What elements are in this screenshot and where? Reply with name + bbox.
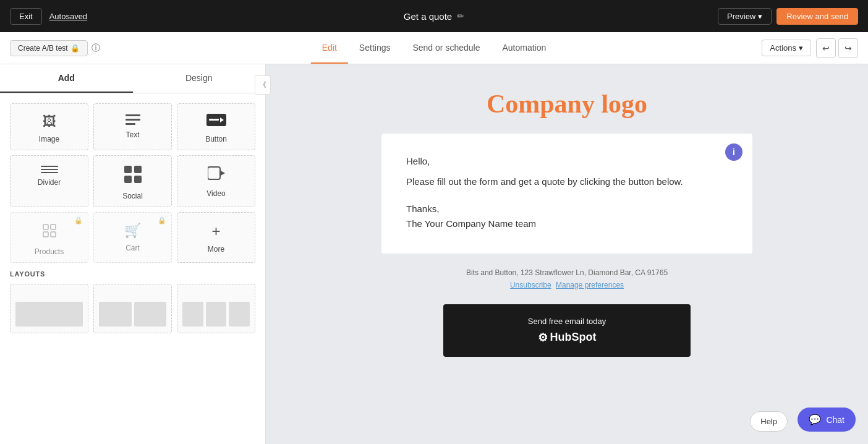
info-badge[interactable]: i bbox=[725, 143, 742, 161]
layout-grid bbox=[10, 284, 255, 333]
products-element-card[interactable]: 🔒 Products bbox=[10, 212, 88, 263]
sidebar-content: 🖼 Image Text Butt bbox=[0, 93, 265, 343]
svg-rect-12 bbox=[51, 232, 56, 237]
cart-icon: 🛒 bbox=[124, 223, 141, 239]
tab-send-or-schedule[interactable]: Send or schedule bbox=[401, 33, 491, 64]
image-icon: 🖼 bbox=[43, 114, 56, 130]
svg-rect-9 bbox=[43, 224, 48, 229]
ab-lock-icon: 🔒 bbox=[70, 44, 80, 53]
redo-button[interactable]: ↪ bbox=[838, 38, 858, 58]
footer-address: Bits and Button, 123 Strawflower Ln, Dia… bbox=[381, 268, 752, 277]
layouts-title: LAYOUTS bbox=[10, 270, 255, 278]
review-and-send-button[interactable]: Review and send bbox=[777, 8, 858, 25]
layout-two-column[interactable] bbox=[93, 284, 172, 333]
canvas-area: Company logo i Hello, Please fill out th… bbox=[266, 64, 868, 444]
video-label: Video bbox=[206, 189, 225, 198]
social-element-card[interactable]: Social bbox=[93, 155, 172, 207]
layout-block bbox=[99, 302, 132, 327]
email-greeting: Hello, bbox=[406, 156, 728, 166]
svg-rect-5 bbox=[124, 176, 132, 183]
nav-right: Actions ▾ ↩ ↪ bbox=[762, 38, 868, 58]
divider-icon bbox=[41, 166, 58, 173]
products-lock-icon: 🔒 bbox=[74, 216, 83, 224]
cart-label: Cart bbox=[126, 244, 140, 252]
layout-preview-three bbox=[182, 302, 250, 327]
help-button[interactable]: Help bbox=[750, 411, 788, 432]
undo-button[interactable]: ↩ bbox=[816, 38, 836, 58]
layout-block bbox=[182, 302, 203, 327]
more-element-card[interactable]: + More bbox=[177, 212, 255, 263]
hubspot-promo-text: Send free email today bbox=[456, 317, 678, 326]
chat-widget[interactable]: 💬 Chat bbox=[798, 408, 856, 432]
video-element-card[interactable]: Video bbox=[177, 155, 255, 207]
layouts-section: LAYOUTS bbox=[10, 270, 255, 333]
button-element-card[interactable]: Button bbox=[177, 103, 255, 150]
layout-preview-two bbox=[99, 302, 166, 327]
layout-block bbox=[15, 302, 83, 327]
manage-preferences-link[interactable]: Manage preferences bbox=[556, 281, 624, 289]
chat-label: Chat bbox=[826, 415, 845, 425]
main-layout: Add Design 🖼 Image Text bbox=[0, 64, 868, 444]
sidebar-tabs: Add Design bbox=[0, 64, 265, 93]
more-label: More bbox=[208, 245, 224, 254]
text-label: Text bbox=[126, 130, 139, 139]
element-grid: 🖼 Image Text Butt bbox=[10, 103, 255, 263]
social-label: Social bbox=[122, 192, 143, 200]
layout-single-column[interactable] bbox=[10, 284, 88, 333]
create-ab-test-button[interactable]: Create A/B test 🔒 bbox=[10, 40, 88, 56]
video-icon bbox=[208, 166, 225, 184]
sidebar-tab-design[interactable]: Design bbox=[133, 64, 266, 93]
autosaved-label[interactable]: Autosaved bbox=[49, 12, 87, 21]
ab-info-icon[interactable]: ⓘ bbox=[91, 43, 100, 54]
unsubscribe-link[interactable]: Unsubscribe bbox=[510, 281, 551, 289]
tab-automation[interactable]: Automation bbox=[491, 33, 557, 64]
actions-label: Actions bbox=[770, 43, 796, 53]
email-signoff: Thanks, The Your Company Name team bbox=[406, 202, 728, 231]
text-element-card[interactable]: Text bbox=[93, 103, 172, 150]
email-card: i Hello, Please fill out the form and ge… bbox=[381, 134, 752, 254]
social-icon bbox=[124, 166, 142, 187]
cart-lock-icon: 🔒 bbox=[158, 216, 166, 224]
page-title: Get a quote bbox=[404, 11, 452, 22]
button-icon bbox=[206, 114, 226, 130]
cart-element-card[interactable]: 🔒 🛒 Cart bbox=[93, 212, 172, 263]
layout-block bbox=[229, 302, 250, 327]
layout-block bbox=[134, 302, 167, 327]
layout-three-column[interactable] bbox=[177, 284, 255, 333]
sidebar-collapse-button[interactable]: 《 bbox=[255, 75, 271, 95]
chat-bubble-icon: 💬 bbox=[809, 414, 821, 425]
sidebar-tab-add[interactable]: Add bbox=[0, 64, 133, 93]
tab-edit[interactable]: Edit bbox=[311, 33, 348, 64]
svg-rect-7 bbox=[208, 167, 220, 179]
divider-element-card[interactable]: Divider bbox=[10, 155, 88, 207]
top-bar-left: Exit Autosaved bbox=[10, 8, 87, 25]
actions-button[interactable]: Actions ▾ bbox=[762, 40, 811, 56]
image-label: Image bbox=[39, 135, 59, 143]
svg-marker-8 bbox=[221, 171, 225, 176]
footer-area: Bits and Button, 123 Strawflower Ln, Dia… bbox=[381, 268, 752, 289]
company-logo: Company logo bbox=[487, 89, 647, 119]
hubspot-sprocket-icon: ⚙ bbox=[538, 331, 548, 344]
email-body: Please fill out the form and get a quote… bbox=[406, 175, 728, 189]
top-bar-right: Preview ▾ Review and send bbox=[718, 8, 858, 25]
top-bar: Exit Autosaved Get a quote ✏ Preview ▾ R… bbox=[0, 0, 868, 32]
footer-links: Unsubscribe Manage preferences bbox=[381, 281, 752, 289]
tab-settings[interactable]: Settings bbox=[348, 33, 402, 64]
svg-rect-6 bbox=[134, 176, 142, 183]
text-icon bbox=[126, 114, 140, 126]
layout-preview-single bbox=[15, 302, 83, 327]
preview-button[interactable]: Preview ▾ bbox=[718, 8, 772, 25]
products-icon bbox=[41, 223, 57, 242]
top-bar-center: Get a quote ✏ bbox=[404, 11, 464, 22]
edit-icon[interactable]: ✏ bbox=[457, 11, 464, 21]
hubspot-logo: ⚙ HubSpot bbox=[456, 331, 678, 344]
nav-bar: Create A/B test 🔒 ⓘ Edit Settings Send o… bbox=[0, 32, 868, 64]
image-element-card[interactable]: 🖼 Image bbox=[10, 103, 88, 150]
nav-left: Create A/B test 🔒 ⓘ bbox=[0, 40, 100, 56]
layout-block bbox=[206, 302, 227, 327]
exit-button[interactable]: Exit bbox=[10, 8, 42, 25]
hubspot-banner: Send free email today ⚙ HubSpot bbox=[443, 304, 691, 357]
sidebar: Add Design 🖼 Image Text bbox=[0, 64, 266, 444]
svg-rect-4 bbox=[134, 166, 142, 173]
svg-rect-1 bbox=[209, 119, 219, 121]
